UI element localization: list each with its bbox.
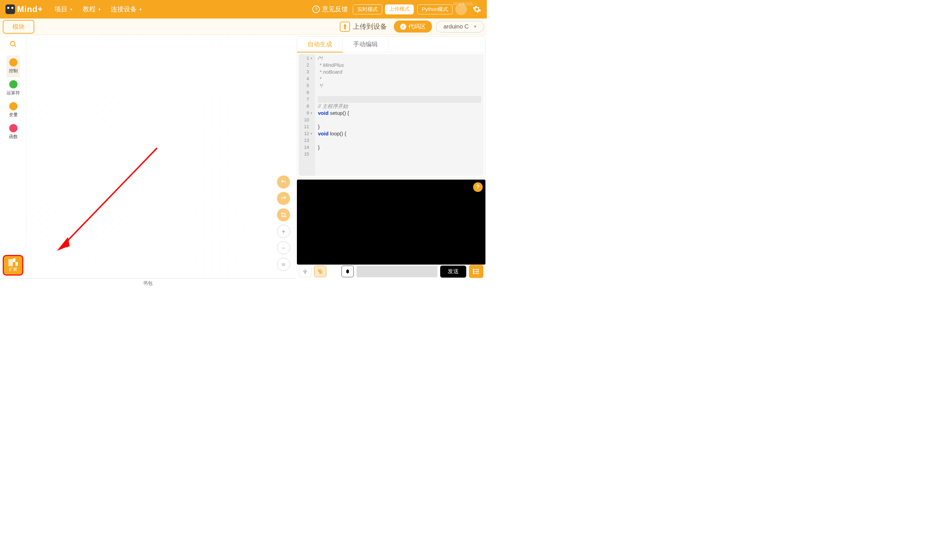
zoom-reset-button[interactable]: ＝	[277, 258, 290, 271]
code-tabs: 自动生成 手动编辑	[297, 37, 485, 53]
minus-icon: －	[280, 244, 286, 252]
menu-project[interactable]: 项目 ▼	[54, 5, 73, 14]
zoom-in-button[interactable]: ＋	[277, 225, 290, 238]
category-label: 函数	[9, 134, 18, 140]
console-help-button[interactable]: ?	[473, 182, 483, 192]
usb-disconnect-button[interactable]	[314, 266, 326, 277]
app-logo: Mind+	[6, 5, 43, 14]
redo-icon	[280, 195, 286, 202]
logo-text: Mind+	[17, 5, 43, 14]
undo-button[interactable]	[277, 175, 290, 189]
equals-icon: ＝	[280, 260, 286, 268]
extension-label: 扩展	[9, 267, 17, 272]
mode-realtime[interactable]: 实时模式	[353, 5, 382, 14]
block-mode-tab[interactable]: 模块	[3, 20, 34, 34]
category-label: 运算符	[6, 90, 20, 96]
menu-project-label: 项目	[54, 5, 68, 14]
df-community-label: DF创客社区	[453, 2, 473, 6]
block-canvas[interactable]: ＋ － ＝	[27, 35, 295, 278]
plus-icon: ＋	[280, 227, 286, 235]
dropdown-icon: ▼	[98, 8, 101, 11]
category-column: 控制 运算符 变量 函数	[0, 35, 27, 278]
upload-icon: ⬆	[340, 22, 350, 32]
tab-manual-edit[interactable]: 手动编辑	[343, 37, 388, 52]
search-icon	[9, 40, 17, 48]
extension-button[interactable]: ▓▚ 扩展	[3, 255, 23, 275]
serial-toolbar: 发送	[297, 265, 485, 278]
feedback-link[interactable]: ? 意见反馈	[312, 5, 348, 14]
serial-console[interactable]: ?	[297, 180, 485, 265]
menu-connect-label: 连接设备	[111, 5, 137, 14]
usb-icon	[302, 268, 308, 274]
code-box: 自动生成 手动编辑 1▾23456789▾101112▾131415 /*! *…	[297, 36, 485, 177]
serial-input[interactable]	[357, 266, 437, 277]
gear-icon	[472, 5, 481, 14]
code-editor[interactable]: 1▾23456789▾101112▾131415 /*! * MindPlus …	[299, 54, 484, 176]
menu-connect-device[interactable]: 连接设备 ▼	[111, 5, 142, 14]
upload-to-device-button[interactable]: ⬆ 上传到设备	[340, 22, 387, 32]
backpack-label: 书包	[143, 280, 152, 286]
mode-python[interactable]: Python模式	[417, 5, 452, 14]
check-icon: ✓	[400, 24, 406, 30]
category-dot	[9, 124, 17, 132]
usb-connect-button[interactable]	[299, 266, 311, 277]
crop-button[interactable]	[277, 208, 290, 222]
logo-icon	[6, 5, 15, 14]
category-label: 控制	[9, 68, 18, 74]
usb-off-icon	[317, 268, 323, 274]
serial-menu-button[interactable]	[469, 265, 483, 278]
left-panel: 控制 运算符 变量 函数 ＋ － ＝ ▓▚ 扩展	[0, 35, 295, 278]
upload-device-label: 上传到设备	[353, 22, 387, 31]
question-icon: ?	[476, 184, 480, 190]
code-content: /*! * MindPlus * noBoard * */ // 主程序开始vo…	[315, 54, 484, 176]
undo-icon	[280, 179, 286, 185]
code-area-label: 代码区	[408, 23, 426, 31]
send-button[interactable]: 发送	[440, 266, 466, 278]
category-控制[interactable]: 控制	[6, 55, 20, 77]
category-函数[interactable]: 函数	[6, 122, 20, 143]
svg-rect-6	[346, 270, 349, 273]
canvas-controls: ＋ － ＝	[277, 175, 290, 271]
feedback-label: 意见反馈	[322, 5, 348, 14]
language-label: arduino C	[443, 23, 469, 30]
category-变量[interactable]: 变量	[6, 99, 20, 122]
help-icon: ?	[312, 6, 320, 13]
category-label: 变量	[9, 112, 18, 118]
svg-point-11	[473, 273, 474, 274]
backpack-bar[interactable]: 书包	[0, 278, 295, 288]
svg-line-2	[61, 148, 157, 248]
code-area-toggle[interactable]: ✓ 代码区	[394, 20, 432, 32]
mode-switch: 实时模式 上传模式	[353, 5, 414, 14]
extension-icon: ▓▚	[8, 258, 17, 266]
language-select[interactable]: arduino C ▼	[436, 21, 484, 32]
dropdown-icon: ▼	[69, 8, 73, 11]
category-dot	[9, 58, 17, 66]
line-gutter: 1▾23456789▾101112▾131415	[299, 54, 315, 176]
dropdown-icon: ▼	[139, 8, 142, 11]
category-dot	[9, 102, 17, 110]
redo-button[interactable]	[277, 192, 290, 205]
svg-point-0	[10, 42, 15, 46]
zoom-out-button[interactable]: －	[277, 241, 290, 254]
svg-marker-3	[61, 239, 71, 248]
svg-point-7	[473, 269, 474, 270]
tab-auto-generate[interactable]: 自动生成	[297, 37, 343, 52]
main-area: 控制 运算符 变量 函数 ＋ － ＝ ▓▚ 扩展	[0, 35, 487, 278]
svg-point-9	[473, 271, 474, 272]
svg-line-1	[14, 45, 16, 47]
dropdown-icon: ▼	[474, 25, 477, 28]
right-panel: 自动生成 手动编辑 1▾23456789▾101112▾131415 /*! *…	[295, 35, 487, 278]
annotation-arrow	[51, 145, 160, 254]
crop-icon	[280, 212, 286, 218]
search-button[interactable]	[9, 40, 17, 50]
scroll-icon	[345, 268, 351, 274]
category-运算符[interactable]: 运算符	[6, 77, 20, 99]
header-bar: Mind+ 项目 ▼ 教程 ▼ 连接设备 ▼ ? 意见反馈 实时模式 上传模式 …	[0, 0, 487, 18]
mode-upload[interactable]: 上传模式	[385, 5, 414, 14]
svg-marker-4	[57, 237, 69, 251]
menu-tutorial[interactable]: 教程 ▼	[83, 5, 101, 14]
menu-tutorial-label: 教程	[83, 5, 95, 14]
list-icon	[472, 268, 480, 275]
category-dot	[9, 80, 17, 88]
scroll-lock-button[interactable]	[342, 266, 354, 277]
